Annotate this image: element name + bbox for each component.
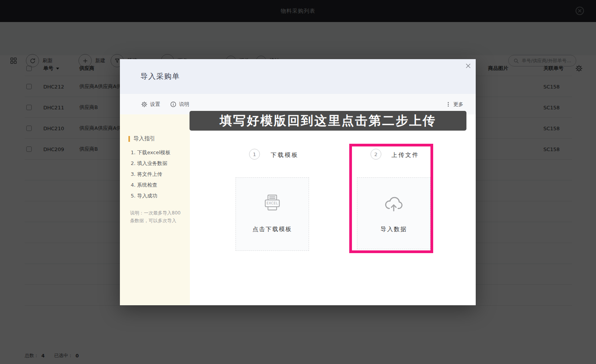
gear-icon	[141, 101, 147, 107]
import-steps-area: 1 下载模板 EXCEL 点击下载模板 2 上传文件	[190, 114, 476, 305]
guide-step: 2. 填入业务数据	[131, 158, 171, 169]
help-label: 说明	[179, 101, 189, 108]
guide-step: 5. 导入成功	[131, 191, 171, 201]
upload-file-dropzone[interactable]: 导入数据	[357, 177, 430, 249]
guide-note-line2: 条数据，可以多次导入	[130, 217, 183, 225]
guide-title-marker	[128, 136, 130, 142]
cloud-upload-icon	[383, 193, 405, 215]
info-icon	[170, 101, 176, 107]
excel-icon-label: EXCEL	[266, 201, 278, 205]
guide-note: 说明：一次最多导入800 条数据，可以多次导入	[130, 209, 183, 225]
vertical-dots-icon	[447, 101, 452, 107]
dialog-header: 导入采购单	[120, 59, 476, 94]
download-template-dropzone[interactable]: EXCEL 点击下载模板	[236, 177, 309, 251]
settings-button[interactable]: 设置	[141, 101, 160, 108]
dialog-close-icon[interactable]	[463, 61, 473, 70]
guide-step: 1. 下载excel模板	[131, 147, 171, 158]
step2-title: 上传文件	[391, 151, 419, 159]
guide-step: 4. 系统检查	[131, 180, 171, 191]
guide-title-row: 导入指引	[128, 135, 155, 142]
dialog-more-button[interactable]: 更多	[447, 101, 463, 108]
step1-number-badge: 1	[249, 149, 260, 160]
dialog-title: 导入采购单	[140, 71, 180, 82]
step2-number-badge: 2	[371, 149, 381, 160]
help-button[interactable]: 说明	[170, 101, 189, 108]
import-guide-sidebar: 导入指引 1. 下载excel模板 2. 填入业务数据 3. 将文件上传 4. …	[120, 114, 190, 305]
download-template-label: 点击下载模板	[236, 226, 309, 233]
guide-steps: 1. 下载excel模板 2. 填入业务数据 3. 将文件上传 4. 系统检查 …	[131, 147, 171, 201]
guide-title: 导入指引	[133, 135, 155, 142]
guide-step: 3. 将文件上传	[131, 169, 171, 180]
tutorial-tooltip: 填写好模版回到这里点击第二步上传	[190, 111, 466, 131]
import-data-label: 导入数据	[357, 226, 430, 233]
excel-file-icon: EXCEL	[261, 193, 283, 215]
import-dialog: 导入采购单 设置 说明	[120, 59, 476, 305]
guide-note-line1: 说明：一次最多导入800	[130, 209, 183, 217]
settings-label: 设置	[150, 101, 160, 108]
dialog-more-label: 更多	[453, 101, 463, 108]
step1-title: 下载模板	[271, 151, 299, 159]
dialog-body: 导入指引 1. 下载excel模板 2. 填入业务数据 3. 将文件上传 4. …	[120, 114, 476, 305]
